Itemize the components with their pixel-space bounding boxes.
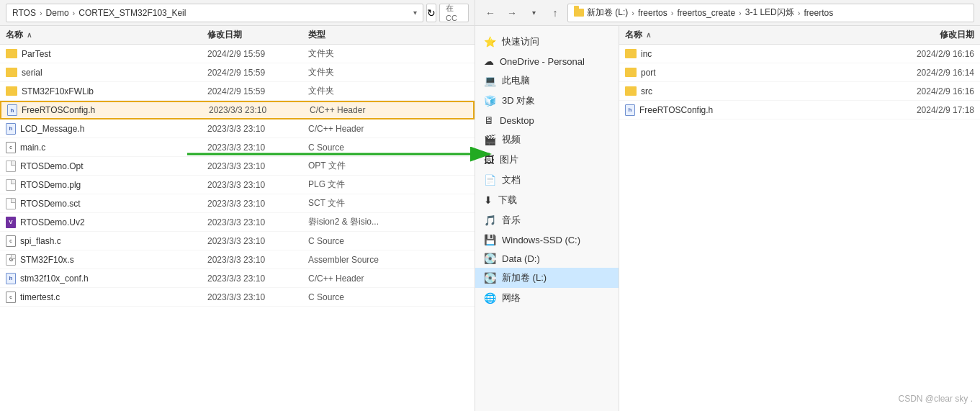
file-name: spi_flash.c: [20, 236, 61, 246]
file-name: ParTest: [22, 49, 51, 59]
file-name-cell: h stm32f10x_conf.h: [6, 273, 207, 284]
right-col-name-header: 名称 ∧: [625, 29, 859, 41]
file-date-cell: 2023/3/3 23:10: [207, 124, 308, 134]
h-file-icon: h: [6, 123, 16, 135]
file-date-cell: 2023/3/3 23:10: [207, 143, 308, 153]
breadcrumb-freertos: freertos: [638, 8, 667, 18]
generic-file-icon: [6, 179, 16, 191]
refresh-button[interactable]: ↻: [426, 4, 436, 22]
file-name: src: [641, 86, 652, 96]
left-file-row[interactable]: RTOSDemo.plg 2023/3/3 23:10 PLG 文件: [0, 176, 475, 194]
right-file-row[interactable]: inc 2024/2/9 16:16: [619, 45, 980, 63]
file-type-cell: 礜ision2 & 礜isio...: [308, 216, 469, 228]
file-date-cell: 2024/2/9 15:59: [207, 86, 308, 96]
sidebar-icon: ⬇: [484, 194, 493, 206]
sidebar-label: 图片: [500, 153, 518, 166]
file-type-cell: 文件夹: [308, 48, 469, 60]
v-file-icon: V: [6, 217, 16, 228]
file-type-cell: C Source: [308, 292, 469, 302]
breadcrumb-drive: 新加卷 (L:): [587, 6, 628, 19]
file-date-cell: 2023/3/3 23:10: [207, 217, 308, 227]
left-breadcrumb[interactable]: RTOS › Demo › CORTEX_STM32F103_Keil ▾: [6, 4, 423, 22]
sidebar-label: 3D 对象: [502, 94, 535, 107]
forward-button[interactable]: →: [503, 4, 521, 22]
left-file-row[interactable]: STM32F10xFWLib 2024/2/9 15:59 文件夹: [0, 82, 475, 101]
sidebar-label: OneDrive - Personal: [500, 56, 585, 67]
file-name-cell: RTOSDemo.sct: [6, 198, 207, 209]
right-sort-arrow-icon: ∧: [646, 31, 651, 39]
file-type-cell: 文件夹: [308, 66, 469, 78]
left-file-row[interactable]: c main.c 2023/3/3 23:10 C Source: [0, 138, 475, 157]
right-breadcrumb[interactable]: 新加卷 (L:) › freertos › freertos_create › …: [567, 4, 974, 22]
breadcrumb-current: CORTEX_STM32F103_Keil: [78, 8, 186, 18]
file-date-cell: 2024/2/9 16:14: [859, 68, 974, 78]
sidebar-label: 快速访问: [502, 35, 539, 48]
left-file-row[interactable]: serial 2024/2/9 15:59 文件夹: [0, 63, 475, 82]
generic-file-icon: [6, 161, 16, 172]
folder-icon: [625, 86, 637, 96]
sidebar-item[interactable]: 💻 此电脑: [475, 71, 619, 91]
sidebar-item[interactable]: 🎬 视频: [475, 130, 619, 150]
file-name-cell: c main.c: [6, 142, 207, 153]
breadcrumb-freertos2: freertos: [804, 8, 833, 18]
c-file-icon: c: [6, 292, 16, 303]
file-name: RTOSDemo.Opt: [20, 161, 84, 171]
left-file-row[interactable]: RTOSDemo.Opt 2023/3/3 23:10 OPT 文件: [0, 157, 475, 176]
sidebar-icon: 🎵: [484, 214, 496, 226]
sidebar-icon: 💽: [484, 253, 496, 264]
right-file-row[interactable]: port 2024/2/9 16:14: [619, 63, 980, 82]
left-file-row[interactable]: ⚙ STM32F10x.s 2023/3/3 23:10 Assembler S…: [0, 250, 475, 269]
search-box[interactable]: 在 CC: [439, 4, 469, 22]
right-col-date-header: 修改日期: [859, 29, 974, 41]
left-file-row[interactable]: c timertest.c 2023/3/3 23:10 C Source: [0, 288, 475, 307]
up-button[interactable]: ↑: [546, 4, 565, 22]
file-name-cell: h LCD_Message.h: [6, 123, 207, 135]
left-file-row[interactable]: h stm32f10x_conf.h 2023/3/3 23:10 C/C++ …: [0, 269, 475, 288]
file-date-cell: 2023/3/3 23:10: [207, 292, 308, 302]
sidebar-item[interactable]: 💽 Data (D:): [475, 249, 619, 268]
left-file-list: ParTest 2024/2/9 15:59 文件夹 serial 2024/2…: [0, 45, 475, 411]
right-file-row[interactable]: src 2024/2/9 16:16: [619, 82, 980, 101]
sidebar-item[interactable]: 🖼 图片: [475, 150, 619, 170]
file-name-cell: serial: [6, 68, 207, 78]
left-file-row[interactable]: c spi_flash.c 2023/3/3 23:10 C Source: [0, 232, 475, 250]
sidebar-label: 视频: [502, 133, 521, 146]
left-file-row[interactable]: V RTOSDemo.Uv2 2023/3/3 23:10 礜ision2 & …: [0, 213, 475, 232]
search-placeholder: 在 CC: [446, 3, 462, 22]
dropdown-nav-button[interactable]: ▾: [524, 4, 543, 22]
left-file-row[interactable]: ParTest 2024/2/9 15:59 文件夹: [0, 45, 475, 63]
right-file-list: 名称 ∧ 修改日期 inc 2024/2/9 16:16 port 2024/2…: [619, 26, 980, 411]
right-column-headers: 名称 ∧ 修改日期: [619, 26, 980, 45]
sidebar-item[interactable]: 📄 文档: [475, 170, 619, 190]
sidebar-item[interactable]: ⬇ 下载: [475, 190, 619, 210]
right-file-row[interactable]: h FreeRTOSConfig.h 2024/2/9 17:18: [619, 101, 980, 119]
file-type-cell: PLG 文件: [308, 179, 469, 191]
sidebar-item[interactable]: ⭐ 快速访问: [475, 32, 619, 52]
sidebar-item[interactable]: 💽 新加卷 (L:): [475, 268, 619, 288]
file-type-cell: OPT 文件: [308, 160, 469, 172]
asm-file-icon: ⚙: [6, 254, 16, 266]
left-file-row[interactable]: RTOSDemo.sct 2023/3/3 23:10 SCT 文件: [0, 194, 475, 213]
dropdown-arrow-icon: ▾: [413, 9, 417, 17]
sidebar-item[interactable]: 🧊 3D 对象: [475, 91, 619, 111]
left-column-headers: 名称 ∧ 修改日期 类型: [0, 26, 475, 45]
file-name: RTOSDemo.Uv2: [20, 217, 85, 227]
file-name: port: [641, 68, 656, 78]
file-date-cell: 2023/3/3 23:10: [209, 105, 310, 115]
file-name: FreeRTOSConfig.h: [22, 105, 95, 115]
sidebar-item[interactable]: 🌐 网络: [475, 288, 619, 308]
main-panels: 名称 ∧ 修改日期 类型 ParTest 2024/2/9 15:59 文件夹 …: [0, 26, 980, 411]
c-file-icon: c: [6, 142, 16, 153]
sidebar-item[interactable]: ☁ OneDrive - Personal: [475, 52, 619, 71]
sidebar-item[interactable]: 🖥 Desktop: [475, 111, 619, 130]
file-date-cell: 2024/2/9 15:59: [207, 68, 308, 78]
sidebar: ⭐ 快速访问 ☁ OneDrive - Personal 💻 此电脑 🧊 3D …: [475, 26, 619, 411]
left-file-row[interactable]: h LCD_Message.h 2023/3/3 23:10 C/C++ Hea…: [0, 119, 475, 138]
left-file-row[interactable]: h FreeRTOSConfig.h 2023/3/3 23:10 C/C++ …: [0, 101, 475, 119]
left-file-panel: 名称 ∧ 修改日期 类型 ParTest 2024/2/9 15:59 文件夹 …: [0, 26, 475, 411]
file-name-cell: c spi_flash.c: [6, 235, 207, 247]
sidebar-item[interactable]: 💾 Windows-SSD (C:): [475, 230, 619, 249]
folder-icon: [625, 49, 637, 58]
back-button[interactable]: ←: [481, 4, 500, 22]
sidebar-item[interactable]: 🎵 音乐: [475, 210, 619, 230]
